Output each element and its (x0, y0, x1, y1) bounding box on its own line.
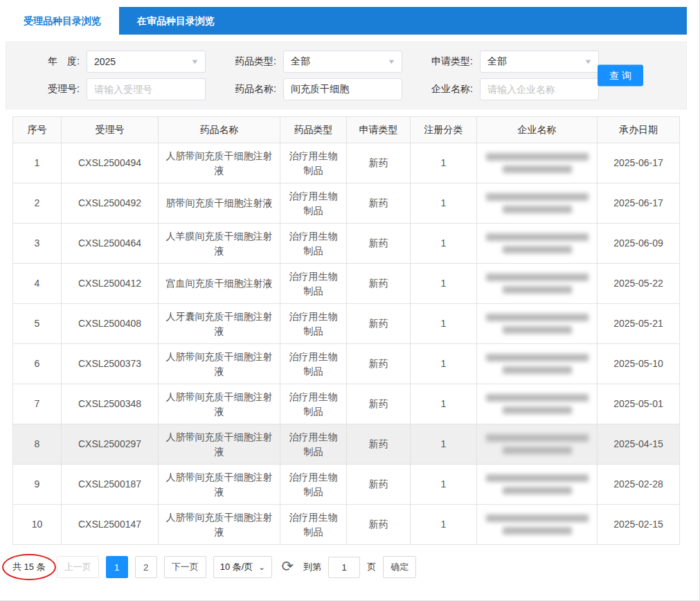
refresh-icon[interactable]: ⟳ (282, 559, 294, 575)
cell-apply-type: 新药 (347, 344, 411, 384)
cell-reg-class: 1 (411, 344, 477, 384)
cell-date: 2025-05-10 (598, 344, 680, 384)
company-input-box (480, 78, 599, 100)
cell-company-redacted (477, 505, 598, 545)
table-row[interactable]: 10 CXSL2500147 人脐带间充质干细胞注射液 治疗用生物制品 新药 1… (13, 505, 680, 545)
prev-page-button[interactable]: 上一页 (57, 556, 99, 578)
table-header-row: 序号 受理号 药品名称 药品类型 申请类型 注册分类 企业名称 承办日期 (13, 117, 680, 143)
cell-drug-type: 治疗用生物制品 (280, 505, 347, 545)
tab-accepted-catalog[interactable]: 受理品种目录浏览 (6, 7, 119, 35)
cell-drug-type: 治疗用生物制品 (280, 183, 347, 224)
redacted-company-name (483, 474, 591, 494)
cell-apply-type: 新药 (347, 304, 411, 344)
page-button-2[interactable]: 2 (135, 556, 157, 578)
cell-company-redacted (477, 183, 598, 224)
filter-item-company: 企业名称: (419, 78, 599, 100)
cell-drug-name: 人脐带间充质干细胞注射液 (159, 505, 280, 545)
cell-company-redacted (477, 384, 598, 424)
cell-company-redacted (477, 344, 598, 384)
next-page-button[interactable]: 下一页 (164, 556, 206, 578)
cell-no: 6 (13, 344, 62, 384)
drug-name-input[interactable] (291, 84, 395, 95)
cell-drug-type: 治疗用生物制品 (280, 465, 347, 505)
redacted-company-name (483, 233, 591, 253)
cell-apply-type: 新药 (347, 264, 411, 304)
table-row[interactable]: 6 CXSL2500373 人脐带间充质干细胞注射液 治疗用生物制品 新药 1 … (13, 344, 680, 384)
header-reg-class: 注册分类 (411, 117, 477, 143)
redacted-company-name (483, 514, 591, 535)
cell-drug-name: 人脐带间充质干细胞注射液 (159, 344, 280, 384)
drug-type-select[interactable]: 全部 ▼ (283, 51, 402, 73)
pagination-bar: 共 15 条 上一页 1 2 下一页 10 条/页 ⌄ ⟳ 到第 页 确定 (8, 556, 687, 578)
company-input[interactable] (487, 84, 591, 95)
chevron-down-icon: ▼ (387, 58, 395, 65)
year-label: 年 度: (26, 55, 80, 68)
acceptance-no-input[interactable] (94, 84, 198, 95)
cell-drug-name: 人脐带间充质干细胞注射液 (159, 424, 280, 465)
cell-reg-class: 1 (411, 224, 477, 264)
cell-acceptance-no: CXSL2500464 (62, 224, 159, 264)
cell-no: 5 (13, 304, 62, 344)
cell-reg-class: 1 (411, 264, 477, 304)
company-label: 企业名称: (419, 83, 473, 96)
cell-no: 2 (13, 183, 62, 224)
cell-date: 2025-05-01 (598, 384, 680, 424)
cell-date: 2025-02-28 (598, 465, 680, 505)
cell-apply-type: 新药 (347, 465, 411, 505)
year-select-value: 2025 (94, 56, 116, 67)
apply-type-select-value: 全部 (487, 55, 507, 68)
cell-drug-type: 治疗用生物制品 (280, 264, 347, 304)
cell-company-redacted (477, 304, 598, 344)
table-row[interactable]: 8 CXSL2500297 人脐带间充质干细胞注射液 治疗用生物制品 新药 1 … (13, 424, 680, 465)
search-button[interactable]: 查 询 (598, 65, 643, 87)
table-row[interactable]: 1 CXSL2500494 人脐带间充质干细胞注射液 治疗用生物制品 新药 1 … (13, 143, 680, 183)
cell-drug-type: 治疗用生物制品 (280, 224, 347, 264)
table-row[interactable]: 7 CXSL2500348 人脐带间充质干细胞注射液 治疗用生物制品 新药 1 … (13, 384, 680, 424)
table-row[interactable]: 3 CXSL2500464 人羊膜间充质干细胞注射液 治疗用生物制品 新药 1 … (13, 224, 680, 264)
page-button-1[interactable]: 1 (106, 556, 128, 578)
header-drug-type: 药品类型 (280, 117, 347, 143)
goto-confirm-button[interactable]: 确定 (383, 556, 416, 578)
cell-company-redacted (477, 264, 598, 304)
chevron-down-icon: ▼ (584, 58, 592, 65)
cell-drug-type: 治疗用生物制品 (280, 384, 347, 424)
results-table: 序号 受理号 药品名称 药品类型 申请类型 注册分类 企业名称 承办日期 1 C… (12, 116, 680, 545)
year-select[interactable]: 2025 ▼ (87, 51, 206, 73)
header-apply-type: 申请类型 (347, 117, 411, 143)
cell-drug-name: 脐带间充质干细胞注射液 (159, 183, 280, 224)
table-row[interactable]: 2 CXSL2500492 脐带间充质干细胞注射液 治疗用生物制品 新药 1 2… (13, 183, 680, 224)
redacted-company-name (483, 153, 591, 173)
cell-drug-type: 治疗用生物制品 (280, 143, 347, 183)
filter-row-2: 受理号: 药品名称: 企业名称: (26, 78, 686, 100)
page: 受理品种目录浏览 在审品种目录浏览 年 度: 2025 ▼ 药品类型: 全部 ▼… (0, 0, 700, 601)
cell-no: 1 (13, 143, 62, 183)
cell-acceptance-no: CXSL2500373 (62, 344, 159, 384)
goto-page-input[interactable] (328, 557, 360, 578)
cell-reg-class: 1 (411, 505, 477, 545)
table-row[interactable]: 9 CXSL2500187 人脐带间充质干细胞注射液 治疗用生物制品 新药 1 … (13, 465, 680, 505)
cell-acceptance-no: CXSL2500494 (62, 143, 159, 183)
filter-item-year: 年 度: 2025 ▼ (26, 51, 206, 73)
cell-acceptance-no: CXSL2500492 (62, 183, 159, 224)
page-size-select[interactable]: 10 条/页 ⌄ (213, 556, 272, 578)
filter-item-drug-type: 药品类型: 全部 ▼ (222, 51, 402, 73)
cell-date: 2025-05-22 (598, 264, 680, 304)
cell-no: 10 (13, 505, 62, 545)
filter-item-apply-type: 申请类型: 全部 ▼ (419, 51, 599, 73)
drug-type-select-value: 全部 (291, 55, 310, 68)
table-row[interactable]: 5 CXSL2500408 人牙囊间充质干细胞注射液 治疗用生物制品 新药 1 … (13, 304, 680, 344)
total-count: 共 15 条 (8, 557, 50, 577)
chevron-down-icon: ⌄ (258, 563, 264, 572)
tab-under-review-catalog[interactable]: 在审品种目录浏览 (119, 7, 233, 35)
cell-acceptance-no: CXSL2500408 (62, 304, 159, 344)
apply-type-label: 申请类型: (419, 55, 473, 68)
goto-page-suffix: 页 (367, 561, 376, 573)
table-row[interactable]: 4 CXSL2500412 宫血间充质干细胞注射液 治疗用生物制品 新药 1 2… (13, 264, 680, 304)
apply-type-select[interactable]: 全部 ▼ (480, 51, 599, 73)
cell-apply-type: 新药 (347, 505, 411, 545)
cell-no: 7 (13, 384, 62, 424)
cell-reg-class: 1 (411, 304, 477, 344)
cell-date: 2025-06-17 (598, 183, 680, 224)
redacted-company-name (483, 314, 591, 334)
cell-reg-class: 1 (411, 183, 477, 224)
